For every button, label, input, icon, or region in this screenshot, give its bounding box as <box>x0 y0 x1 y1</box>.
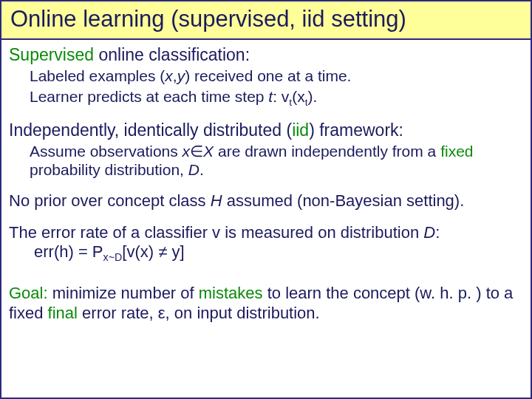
t: Learner predicts at each time step <box>30 88 268 105</box>
iid-word: iid <box>292 120 309 140</box>
slide-body: Supervised online classification: Labele… <box>1 40 531 330</box>
class-H: H <box>211 191 222 210</box>
supervised-word: Supervised <box>9 45 94 64</box>
neq: ≠ <box>158 242 167 261</box>
dist-D: D <box>188 161 200 178</box>
title-banner: Online learning (supervised, iid setting… <box>1 1 531 40</box>
var-y: y <box>177 67 185 84</box>
goal-para: Goal: minimize number of mistakes to lea… <box>9 284 525 324</box>
t: error rate, <box>78 304 158 322</box>
t: minimize number of <box>48 284 199 302</box>
t: . <box>200 161 204 178</box>
t: Labeled examples ( <box>30 67 165 84</box>
section-supervised: Supervised online classification: Labele… <box>9 44 525 109</box>
goal-word: Goal: <box>9 284 48 302</box>
t: The error rate of a classifier v is meas… <box>9 223 423 242</box>
t: Assume observations <box>30 143 183 160</box>
supervised-rest: online classification: <box>94 45 250 64</box>
dist-D2: D <box>423 223 435 242</box>
t: : v <box>273 88 289 105</box>
t: , on input distribution. <box>166 304 320 322</box>
set-X: X <box>203 143 214 160</box>
t: ) received one at a time. <box>185 67 351 84</box>
title-text: Online learning (supervised, iid setting… <box>10 6 406 32</box>
mistakes-word: mistakes <box>199 284 263 302</box>
t: (x <box>292 88 305 105</box>
t: [v(x) <box>122 242 158 261</box>
var-x: x <box>165 67 173 84</box>
final-word: final <box>48 304 78 322</box>
iid-line1: Assume observations x∈X are drawn indepe… <box>9 142 525 180</box>
section-iid: Independently, identically distributed (… <box>9 120 525 180</box>
t: err(h) = P <box>34 242 103 261</box>
error-formula: err(h) = Px~D[v(x) ≠ y] <box>9 242 525 265</box>
t: y] <box>167 242 184 261</box>
elem-of: ∈ <box>190 143 203 160</box>
t: ) framework: <box>309 120 403 140</box>
supervised-line2: Learner predicts at each time step t: vt… <box>9 87 525 109</box>
t: ). <box>307 88 317 105</box>
epsilon: ε <box>158 304 166 322</box>
supervised-line1: Labeled examples (x,y) received one at a… <box>9 66 525 86</box>
section-head-supervised: Supervised online classification: <box>9 44 525 65</box>
t: No prior over concept class <box>9 191 211 210</box>
t: Independently, identically distributed ( <box>9 120 292 140</box>
var-x: x <box>183 143 191 160</box>
fixed-word: fixed <box>440 143 473 160</box>
error-rate-para: The error rate of a classifier v is meas… <box>9 223 525 265</box>
slide: Online learning (supervised, iid setting… <box>0 0 532 399</box>
t: assumed (non-Bayesian setting). <box>222 191 465 210</box>
t: are drawn independently from a <box>214 143 440 160</box>
sub-xd: x~D <box>103 252 123 264</box>
section-head-iid: Independently, identically distributed (… <box>9 120 525 140</box>
t: : <box>435 223 440 242</box>
no-prior-para: No prior over concept class H assumed (n… <box>9 191 525 211</box>
t: probability distribution, <box>30 161 188 178</box>
